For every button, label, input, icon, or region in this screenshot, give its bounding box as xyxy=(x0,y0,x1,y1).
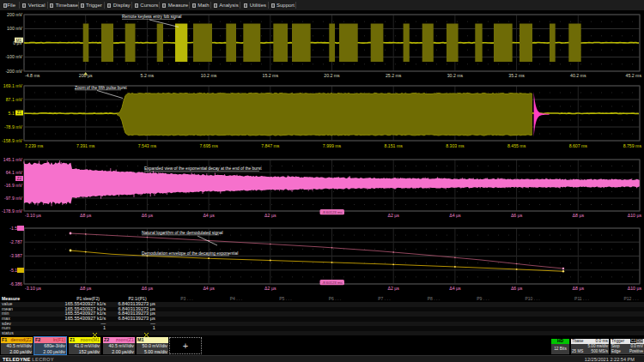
svg-text:-8.60123 ms: -8.60123 ms xyxy=(322,281,343,285)
svg-text:200 mV: 200 mV xyxy=(7,12,22,17)
svg-text:Z1: Z1 xyxy=(17,111,22,115)
svg-text:7.543 ms: 7.543 ms xyxy=(138,143,157,148)
svg-text:15.2 ms: 15.2 ms xyxy=(263,73,279,78)
svg-text:40.2 ms: 40.2 ms xyxy=(570,73,586,78)
svg-text:87.1 mV: 87.1 mV xyxy=(6,97,23,102)
svg-text:-100 mV: -100 mV xyxy=(5,54,22,59)
svg-text:-4.8 ms: -4.8 ms xyxy=(25,73,40,78)
svg-text:Δ6 µs: Δ6 µs xyxy=(511,213,523,218)
svg-text:Δ10 µs: Δ10 µs xyxy=(628,213,642,218)
svg-text:45.2 ms: 45.2 ms xyxy=(626,73,642,78)
svg-text:64.1 mV: 64.1 mV xyxy=(6,170,23,175)
svg-text:Demodulation envelope of the d: Demodulation envelope of the decaying ex… xyxy=(142,251,238,256)
svg-text:8.151 ms: 8.151 ms xyxy=(385,143,404,148)
svg-text:Δ10 µs: Δ10 µs xyxy=(628,286,642,291)
svg-text:8.607 ms: 8.607 ms xyxy=(569,143,588,148)
svg-text:Δ6 µs: Δ6 µs xyxy=(142,213,154,218)
svg-text:Expanded view of the exponenti: Expanded view of the exponential decay a… xyxy=(144,166,262,171)
svg-text:7.999 ms: 7.999 ms xyxy=(323,143,342,148)
svg-text:-178.9 mV: -178.9 mV xyxy=(2,208,22,214)
svg-text:-3.10 µs: -3.10 µs xyxy=(25,286,41,291)
svg-text:7.391 ms: 7.391 ms xyxy=(76,143,95,148)
svg-text:Δ2 µs: Δ2 µs xyxy=(388,213,400,218)
svg-text:-97.9 mV: -97.9 mV xyxy=(4,196,23,201)
svg-text:Δ2 µs: Δ2 µs xyxy=(264,213,276,218)
svg-text:25.2 ms: 25.2 ms xyxy=(386,73,402,78)
svg-text:8.759 ms: 8.759 ms xyxy=(623,143,642,148)
svg-text:-200 mV: -200 mV xyxy=(5,69,22,74)
svg-text:30.2 ms: 30.2 ms xyxy=(447,73,464,78)
svg-text:8.303 ms: 8.303 ms xyxy=(446,143,465,148)
svg-text:-3.987: -3.987 xyxy=(9,253,22,258)
svg-text:20.2 ms: 20.2 ms xyxy=(324,73,340,78)
svg-text:-16.9 mV: -16.9 mV xyxy=(4,183,23,188)
svg-text:-2.787: -2.787 xyxy=(9,239,22,244)
svg-text:-6.386: -6.386 xyxy=(9,281,22,287)
svg-text:Δ6 µs: Δ6 µs xyxy=(511,286,523,291)
svg-text:Δ4 µs: Δ4 µs xyxy=(449,213,461,218)
svg-text:Natural logarithm of the demod: Natural logarithm of the demodulated sig… xyxy=(142,231,223,235)
svg-text:-3.10 µs: -3.10 µs xyxy=(25,213,41,218)
svg-text:35.2 ms: 35.2 ms xyxy=(508,73,525,78)
svg-text:Δ6 µs: Δ6 µs xyxy=(142,286,154,291)
svg-text:10.2 ms: 10.2 ms xyxy=(201,73,217,78)
svg-text:7.695 ms: 7.695 ms xyxy=(199,143,218,148)
svg-text:M1: M1 xyxy=(16,39,22,43)
svg-text:Δ4 µs: Δ4 µs xyxy=(203,213,215,218)
svg-text:7.847 ms: 7.847 ms xyxy=(261,143,280,148)
svg-text:-78.9 mV: -78.9 mV xyxy=(4,124,23,130)
svg-text:Δ4 µs: Δ4 µs xyxy=(203,286,215,291)
svg-text:7.239 ms: 7.239 ms xyxy=(25,143,44,148)
svg-text:Δ4 µs: Δ4 µs xyxy=(449,286,461,291)
svg-text:-158.9 mV: -158.9 mV xyxy=(2,138,22,143)
svg-text:Z2: Z2 xyxy=(17,177,22,181)
svg-text:8.455 ms: 8.455 ms xyxy=(507,143,526,148)
svg-text:-8.60123 ms: -8.60123 ms xyxy=(322,210,343,214)
svg-text:Δ8 µs: Δ8 µs xyxy=(80,213,92,218)
svg-text:100 mV: 100 mV xyxy=(7,26,22,31)
svg-text:145.1 mV: 145.1 mV xyxy=(3,157,23,162)
svg-text:Remote keyless entry fob signa: Remote keyless entry fob signal xyxy=(122,15,181,19)
svg-text:Δ8 µs: Δ8 µs xyxy=(573,286,585,291)
svg-text:Δ8 µs: Δ8 µs xyxy=(80,286,92,291)
svg-text:169.1 mV: 169.1 mV xyxy=(3,83,23,88)
svg-text:Δ8 µs: Δ8 µs xyxy=(573,213,585,218)
svg-text:Δ2 µs: Δ2 µs xyxy=(264,286,276,291)
svg-text:5.2 ms: 5.2 ms xyxy=(141,73,155,78)
svg-text:Δ2 µs: Δ2 µs xyxy=(388,286,400,291)
svg-text:Zoom of the fifth pulse burst: Zoom of the fifth pulse burst xyxy=(75,86,127,90)
